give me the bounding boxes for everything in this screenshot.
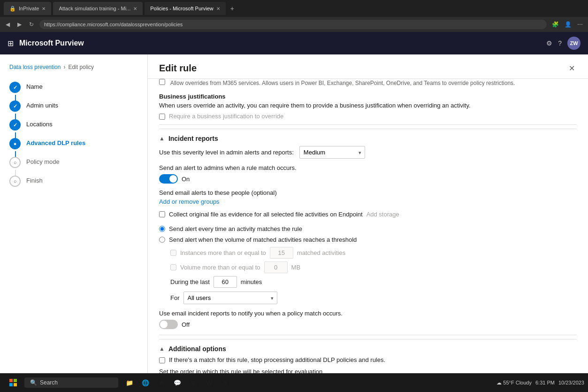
stop-processing-checkbox[interactable] [159, 357, 165, 363]
content-header: Edit rule ✕ [148, 54, 588, 79]
use-email-label: Use email incident reports to notify you… [159, 310, 577, 317]
profile-icon[interactable]: 👤 [563, 20, 573, 29]
radio-every-time-row: Send alert every time an activity matche… [159, 225, 577, 232]
email-incident-toggle-label: Off [182, 321, 190, 328]
incident-reports-section: ▲ Incident reports Use this severity lev… [159, 129, 577, 329]
collect-file-row: Collect original file as evidence for al… [159, 211, 577, 218]
require-justification-checkbox[interactable] [159, 114, 165, 120]
volume-checkbox[interactable] [170, 264, 176, 270]
tab-close[interactable]: ✕ [216, 6, 220, 11]
sidebar-steps: ✓ Name ✓ Admin units ✓ Locations ● Advan… [0, 78, 147, 191]
step-label-advanced: Advanced DLP rules [26, 138, 85, 146]
url-bar[interactable]: https://compliance.microsoft.com/datalos… [39, 20, 547, 29]
tab-inprivate[interactable]: 🔒 InPrivate ✕ [4, 2, 51, 15]
volume-input[interactable] [264, 261, 288, 273]
business-just-title: Business justifications [159, 93, 577, 100]
app-header: ⊞ Microsoft Purview ⚙ ? ZW [0, 32, 588, 54]
new-tab-button[interactable]: + [228, 5, 237, 12]
additional-section-header: ▲ Additional options [159, 339, 577, 356]
volume-row: Volume more than or equal to MB [170, 261, 577, 273]
taskbar: 🔍 Search 📁 🌐 ✉ 💬 🛍 W X ☁ 55°F Cloudy 6:3… [0, 373, 588, 392]
tab-close[interactable]: ✕ [42, 6, 46, 11]
radio-threshold-row: Send alert when the volume of matched ac… [159, 236, 577, 243]
minutes-label: minutes [241, 278, 262, 285]
email-incident-toggle[interactable] [159, 320, 178, 329]
back-button[interactable]: ◀ [4, 19, 12, 30]
severity-label: Use this severity level in admin alerts … [159, 149, 294, 156]
avatar[interactable]: ZW [567, 37, 580, 50]
inprivate-icon: 🔒 [9, 6, 16, 12]
collect-file-label: Collect original file as evidence for al… [169, 211, 363, 218]
step-admin-units[interactable]: ✓ Admin units [9, 97, 138, 115]
breadcrumb-dlp[interactable]: Data loss prevention [9, 64, 61, 70]
taskbar-file-explorer[interactable]: 📁 [122, 375, 137, 390]
more-icon[interactable]: ⋯ [576, 20, 584, 29]
tab-policies[interactable]: Policies - Microsoft Purview ✕ [145, 2, 225, 15]
for-select[interactable]: All users [183, 292, 277, 304]
tab-close[interactable]: ✕ [133, 6, 137, 11]
taskbar-word[interactable]: W [202, 375, 217, 390]
taskbar-teams[interactable]: 💬 [170, 375, 185, 390]
taskbar-search-label: Search [40, 379, 58, 386]
tab-label: Attack simulation training - Mi... [59, 6, 130, 11]
radio-threshold[interactable] [159, 237, 165, 243]
taskbar-store[interactable]: 🛍 [186, 375, 201, 390]
require-justification-label: Require a business justification to over… [169, 113, 283, 120]
radio-threshold-label: Send alert when the volume of matched ac… [169, 236, 357, 243]
step-label-name: Name [26, 82, 43, 90]
step-label-locations: Locations [26, 119, 53, 128]
radio-every-time[interactable] [159, 226, 165, 232]
instances-input[interactable] [270, 247, 293, 259]
collect-file-checkbox[interactable] [159, 211, 165, 217]
severity-select[interactable]: Low Medium High [299, 146, 365, 159]
allow-overrides-text: Allow overrides from M365 services. Allo… [170, 80, 515, 86]
add-remove-groups-link[interactable]: Add or remove groups [159, 198, 220, 205]
breadcrumb-current: Edit policy [68, 64, 94, 70]
content-panel: Edit rule ✕ Allow overrides from M365 se… [148, 54, 588, 392]
send-alert-row: Send an alert to admins when a rule matc… [159, 164, 577, 184]
page-title: Edit rule [159, 63, 197, 74]
severity-row: Use this severity level in admin alerts … [159, 146, 577, 159]
step-circle-locations: ✓ [9, 119, 21, 131]
alert-toggle[interactable] [159, 174, 178, 184]
overrides-description: Allow overrides from M365 services. Allo… [159, 79, 577, 87]
svg-rect-3 [14, 383, 17, 386]
email-section-label: Send email alerts to these people (optio… [159, 189, 577, 196]
email-incident-row: Use email incident reports to notify you… [159, 310, 577, 329]
allow-overrides-checkbox[interactable] [159, 79, 165, 85]
tab-attack[interactable]: Attack simulation training - Mi... ✕ [53, 2, 143, 15]
step-finish[interactable]: ○ Finish [9, 172, 138, 191]
additional-collapse-icon[interactable]: ▲ [159, 346, 165, 352]
browser-chrome: 🔒 InPrivate ✕ Attack simulation training… [0, 0, 588, 17]
app-title: Microsoft Purview [19, 39, 84, 47]
forward-button[interactable]: ▶ [15, 19, 23, 30]
step-policy-mode[interactable]: ○ Policy mode [9, 153, 138, 172]
email-row: Send email alerts to these people (optio… [159, 189, 577, 205]
settings-icon[interactable]: ⚙ [546, 39, 552, 47]
start-button[interactable] [4, 375, 23, 390]
step-circle-advanced: ● [9, 138, 21, 149]
step-name[interactable]: ✓ Name [9, 78, 138, 97]
mb-label: MB [291, 264, 301, 271]
taskbar-excel[interactable]: X [218, 375, 233, 390]
taskbar-mail[interactable]: ✉ [154, 375, 169, 390]
taskbar-search-box[interactable]: 🔍 Search [24, 377, 118, 388]
step-advanced-dlp[interactable]: ● Advanced DLP rules [9, 134, 138, 153]
radio-group: Send alert every time an activity matche… [159, 225, 577, 243]
refresh-button[interactable]: ↻ [27, 19, 36, 30]
taskbar-time: 6:31 PM [535, 380, 555, 385]
extensions-icon[interactable]: 🧩 [550, 20, 560, 29]
close-button[interactable]: ✕ [567, 62, 577, 75]
browser-nav: ◀ ▶ ↻ https://compliance.microsoft.com/d… [0, 17, 588, 32]
help-icon[interactable]: ? [558, 39, 562, 47]
step-locations[interactable]: ✓ Locations [9, 115, 138, 134]
require-justification-row: Require a business justification to over… [159, 113, 577, 120]
during-input[interactable] [214, 276, 237, 288]
for-label: For [170, 294, 180, 301]
add-storage-link[interactable]: Add storage [367, 211, 399, 218]
instances-checkbox[interactable] [170, 250, 176, 256]
incident-collapse-icon[interactable]: ▲ [159, 135, 165, 142]
sidebar: Data loss prevention › Edit policy ✓ Nam… [0, 54, 148, 392]
taskbar-edge[interactable]: 🌐 [138, 375, 153, 390]
grid-icon[interactable]: ⊞ [8, 39, 14, 48]
